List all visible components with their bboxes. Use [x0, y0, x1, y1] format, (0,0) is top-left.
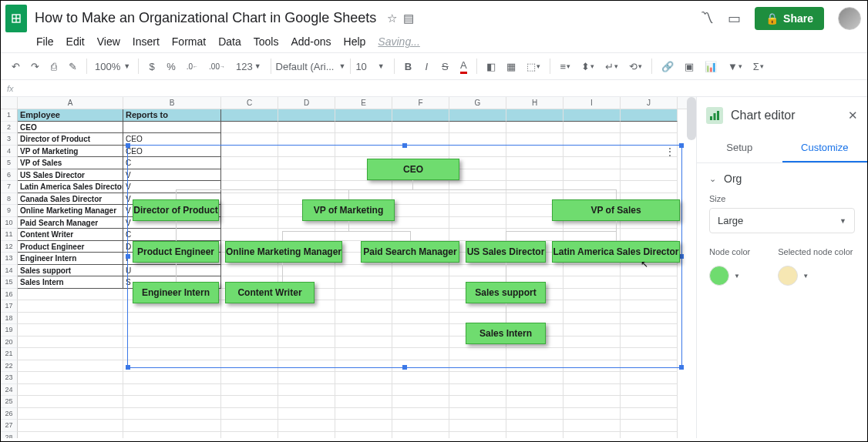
cell[interactable]: Employee: [18, 109, 123, 122]
col-header[interactable]: B: [123, 97, 221, 109]
cell[interactable]: [335, 372, 392, 384]
cell[interactable]: [278, 122, 335, 134]
cell[interactable]: [18, 372, 123, 384]
col-header[interactable]: A: [18, 97, 123, 109]
cell[interactable]: [278, 133, 335, 146]
cell[interactable]: [449, 133, 506, 146]
cell[interactable]: [221, 420, 278, 432]
cell[interactable]: [621, 122, 678, 134]
move-folder-icon[interactable]: ▤: [403, 12, 414, 25]
cell[interactable]: [449, 384, 506, 397]
org-node[interactable]: Sales support: [466, 282, 546, 303]
cell[interactable]: [449, 122, 506, 134]
menu-data[interactable]: Data: [218, 35, 241, 48]
cell[interactable]: [335, 133, 392, 146]
org-node[interactable]: US Sales Director: [466, 241, 546, 263]
cell[interactable]: [335, 408, 392, 420]
org-node[interactable]: Director of Product: [133, 199, 219, 221]
cell[interactable]: [506, 122, 564, 134]
cell[interactable]: [392, 420, 449, 432]
cell[interactable]: Sales Intern: [18, 276, 123, 289]
menu-insert[interactable]: Insert: [133, 35, 160, 48]
cell[interactable]: [392, 384, 449, 397]
menu-edit[interactable]: Edit: [66, 35, 85, 48]
org-node[interactable]: Sales Intern: [466, 323, 546, 344]
format-currency-button[interactable]: $: [143, 56, 160, 76]
cell[interactable]: [335, 420, 392, 432]
cell[interactable]: [564, 372, 621, 384]
decrease-decimal-button[interactable]: .0←: [182, 56, 203, 76]
format-percent-button[interactable]: %: [162, 56, 180, 76]
menu-view[interactable]: View: [97, 35, 120, 48]
cell[interactable]: [564, 384, 621, 397]
star-icon[interactable]: ☆: [387, 12, 397, 25]
cell[interactable]: [392, 432, 449, 439]
menu-tools[interactable]: Tools: [254, 35, 279, 48]
cell[interactable]: [621, 396, 678, 408]
org-chart[interactable]: ⋮ CEO Director of Product VP of Marketin…: [127, 145, 682, 368]
org-node[interactable]: Online Marketing Manager: [225, 241, 342, 263]
size-select[interactable]: Large ▼: [709, 208, 855, 233]
cell[interactable]: [564, 396, 621, 408]
cell[interactable]: [18, 420, 123, 432]
menu-format[interactable]: Format: [172, 35, 206, 48]
text-rotate-button[interactable]: ⟲▾: [624, 56, 647, 76]
cell[interactable]: [392, 372, 449, 384]
cell[interactable]: [123, 372, 221, 384]
row-header[interactable]: 19: [1, 324, 18, 337]
paint-format-button[interactable]: ✎: [64, 56, 82, 76]
cell[interactable]: [621, 372, 678, 384]
cell[interactable]: [18, 300, 123, 313]
cell[interactable]: [621, 420, 678, 432]
cell[interactable]: [221, 133, 278, 146]
cell[interactable]: [18, 289, 123, 301]
cell[interactable]: [123, 122, 221, 134]
resize-handle[interactable]: [126, 143, 130, 148]
cell[interactable]: [564, 408, 621, 420]
row-header[interactable]: 3: [1, 133, 18, 146]
cell[interactable]: [221, 109, 278, 122]
org-node[interactable]: VP of Marketing: [302, 199, 395, 221]
cell[interactable]: [335, 109, 392, 122]
cell[interactable]: Engineer Intern: [18, 253, 123, 265]
h-align-button[interactable]: ≡▾: [555, 56, 575, 76]
row-header[interactable]: 24: [1, 384, 18, 397]
cell[interactable]: [278, 408, 335, 420]
cell[interactable]: [506, 396, 564, 408]
chart-menu-icon[interactable]: ⋮: [664, 150, 675, 153]
cell[interactable]: [621, 408, 678, 420]
cell[interactable]: [221, 122, 278, 134]
cell[interactable]: [123, 384, 221, 397]
cell[interactable]: Content Writer: [18, 229, 123, 241]
menu-addons[interactable]: Add-ons: [291, 35, 331, 48]
spreadsheet-grid[interactable]: A B C D E F G H I J 1EmployeeReports to2…: [1, 97, 696, 438]
cell[interactable]: [278, 372, 335, 384]
cell[interactable]: [18, 324, 123, 337]
selected-node-color-swatch[interactable]: [778, 266, 798, 286]
cell[interactable]: [278, 420, 335, 432]
row-header[interactable]: 12: [1, 241, 18, 253]
row-header[interactable]: 9: [1, 205, 18, 217]
menu-file[interactable]: File: [36, 35, 54, 48]
cell[interactable]: [392, 396, 449, 408]
row-header[interactable]: 18: [1, 313, 18, 325]
row-header[interactable]: 8: [1, 193, 18, 206]
col-header[interactable]: F: [392, 97, 449, 109]
org-node[interactable]: VP of Sales: [552, 199, 680, 221]
vertical-scrollbar[interactable]: [687, 97, 696, 140]
org-node[interactable]: Engineer Intern: [133, 282, 219, 303]
cell[interactable]: CEO: [123, 133, 221, 146]
row-header[interactable]: 27: [1, 420, 18, 432]
cell[interactable]: [335, 432, 392, 439]
cell[interactable]: [564, 109, 621, 122]
cell[interactable]: [221, 408, 278, 420]
row-header[interactable]: 4: [1, 146, 18, 158]
row-header[interactable]: 20: [1, 337, 18, 349]
cell[interactable]: [621, 384, 678, 397]
row-header[interactable]: 2: [1, 122, 18, 134]
strike-button[interactable]: S: [436, 56, 453, 76]
cell[interactable]: [506, 372, 564, 384]
avatar[interactable]: [838, 7, 861, 30]
section-org-toggle[interactable]: ⌄ Org: [709, 172, 855, 185]
filter-button[interactable]: ▼▾: [723, 56, 747, 76]
